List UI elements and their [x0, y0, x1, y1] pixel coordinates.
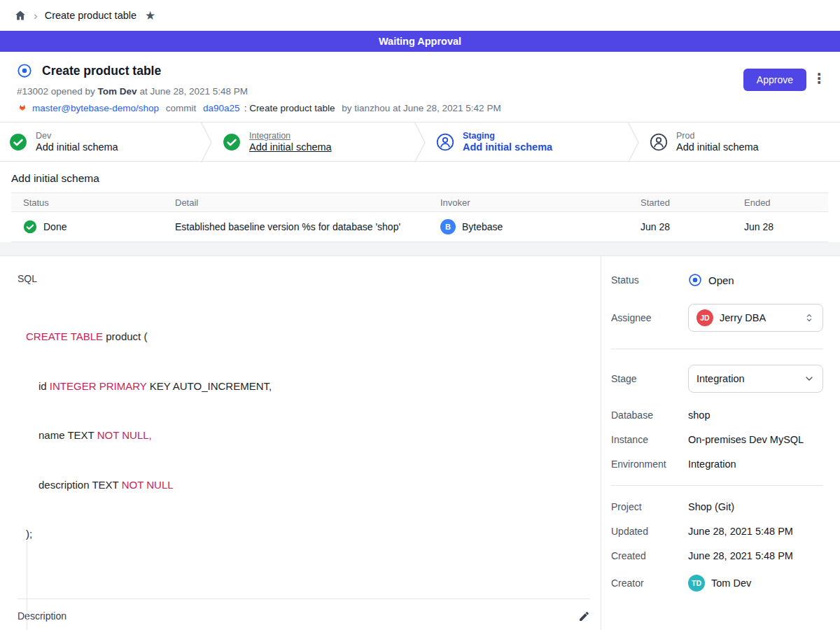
stage-select[interactable]: Integration	[688, 365, 823, 393]
project-label: Project	[611, 501, 688, 512]
stage-env-label: Staging	[463, 131, 552, 141]
task-section-title: Add initial schema	[11, 172, 840, 185]
updated-label: Updated	[611, 526, 688, 537]
issue-author: Tom Dev	[98, 86, 137, 97]
environment-label: Environment	[611, 458, 688, 470]
instance-label: Instance	[611, 434, 688, 445]
stage-task-label: Add initial schema	[676, 141, 759, 153]
sidebar-row-instance: Instance On-premises Dev MySQL	[611, 434, 823, 445]
sidebar-row-created: Created June 28, 2021 5:48 PM	[611, 550, 823, 561]
commit-line: master@bytebase-demo/shop commit da90a25…	[17, 102, 823, 113]
home-icon[interactable]	[14, 9, 27, 22]
invoker-avatar: B	[440, 219, 456, 234]
edit-pencil-icon[interactable]	[578, 610, 590, 622]
column-header-started: Started	[640, 197, 744, 208]
divider	[18, 598, 590, 599]
gitlab-icon	[17, 102, 28, 113]
stage-separator	[200, 122, 214, 161]
sidebar-row-environment: Environment Integration	[611, 458, 823, 470]
sql-line: CREATE TABLE product (	[26, 328, 590, 345]
issue-header: Create product table #13002 opened by To…	[0, 52, 840, 122]
breadcrumb-chevron-icon: ›	[34, 10, 38, 22]
task-ended-value: Jun 28	[744, 221, 828, 232]
pipeline-stages: Dev Add initial schema Integration Add i…	[0, 122, 840, 162]
person-circle-icon	[436, 133, 454, 151]
commit-word: commit	[163, 103, 199, 113]
kebab-menu-icon[interactable]: ⋮	[812, 71, 826, 85]
updated-value: June 28, 2021 5:48 PM	[688, 526, 793, 537]
chevron-updown-icon	[804, 312, 815, 323]
stage-dev[interactable]: Dev Add initial schema	[0, 122, 200, 161]
database-value: shop	[688, 410, 710, 421]
person-circle-icon	[650, 133, 668, 151]
issue-opened-time: at June 28, 2021 5:48 PM	[137, 86, 248, 97]
stage-separator	[626, 122, 640, 161]
creator-avatar: TD	[688, 575, 705, 592]
sidebar-row-updated: Updated June 28, 2021 5:48 PM	[611, 526, 823, 537]
sql-line: id INTEGER PRIMARY KEY AUTO_INCREMENT,	[26, 378, 590, 395]
stage-integration[interactable]: Integration Add initial schema	[214, 122, 413, 161]
sql-line: name TEXT NOT NULL,	[26, 427, 590, 444]
stage-task-label: Add initial schema	[463, 141, 552, 153]
task-status-value: Done	[43, 221, 66, 232]
stage-label: Stage	[611, 373, 688, 384]
check-circle-icon	[9, 133, 27, 151]
description-label: Description	[18, 610, 66, 622]
stage-env-label: Dev	[36, 131, 118, 141]
status-label: Status	[611, 274, 688, 286]
sidebar-row-project: Project Shop (Git)	[611, 501, 823, 512]
sidebar: Status Open Assignee JD Jerry DBA Stage	[601, 256, 840, 630]
stage-env-label: Prod	[676, 131, 759, 141]
status-banner: Waiting Approval	[0, 31, 840, 52]
stage-staging[interactable]: Staging Add initial schema	[427, 122, 626, 161]
stage-prod[interactable]: Prod Add initial schema	[640, 122, 840, 161]
stage-task-label: Add initial schema	[36, 141, 118, 153]
stage-value: Integration	[696, 373, 745, 384]
sidebar-row-status: Status Open	[611, 273, 823, 287]
database-label: Database	[611, 410, 688, 421]
sql-section-label: SQL	[18, 273, 590, 284]
task-invoker-value: Bytebase	[462, 221, 503, 232]
column-header-status: Status	[11, 197, 175, 208]
task-section: Add initial schema Status Detail Invoker…	[0, 162, 840, 242]
sidebar-row-assignee: Assignee JD Jerry DBA	[611, 304, 823, 332]
divider	[611, 349, 823, 349]
project-value: Shop (Git)	[688, 501, 734, 512]
assignee-select[interactable]: JD Jerry DBA	[688, 304, 823, 332]
commit-hash-link[interactable]: da90a25	[203, 103, 240, 113]
task-detail-value: Established baseline version %s for data…	[175, 221, 440, 232]
stage-separator	[413, 122, 427, 161]
assignee-value: Jerry DBA	[720, 312, 766, 323]
assignee-label: Assignee	[611, 312, 688, 323]
stage-env-label: Integration	[249, 131, 332, 141]
approve-button[interactable]: Approve	[743, 69, 806, 91]
task-table-header: Status Detail Invoker Started Ended	[11, 192, 828, 212]
sql-line: description TEXT NOT NULL	[26, 477, 590, 493]
issue-meta: #13002 opened by Tom Dev at June 28, 202…	[17, 86, 823, 97]
instance-value: On-premises Dev MySQL	[688, 434, 804, 445]
sidebar-row-stage: Stage Integration	[611, 365, 823, 393]
task-table: Status Detail Invoker Started Ended Done…	[11, 192, 828, 242]
content-area: SQL CREATE TABLE product ( id INTEGER PR…	[0, 255, 840, 630]
created-value: June 28, 2021 5:48 PM	[688, 550, 793, 561]
table-row[interactable]: Done Established baseline version %s for…	[11, 212, 828, 242]
issue-open-icon	[17, 63, 32, 78]
environment-value: Integration	[688, 458, 736, 470]
creator-value: Tom Dev	[711, 578, 751, 589]
breadcrumb-current-page: Create product table	[45, 10, 136, 21]
column-header-detail: Detail	[175, 197, 440, 208]
sql-line: );	[26, 526, 590, 542]
divider	[611, 485, 823, 486]
status-value: Open	[708, 274, 734, 286]
column-header-ended: Ended	[744, 197, 828, 208]
section-gap	[0, 242, 840, 255]
creator-label: Creator	[611, 578, 688, 589]
branch-repo-link[interactable]: master@bytebase-demo/shop	[32, 103, 159, 113]
stage-task-label: Add initial schema	[249, 141, 332, 153]
issue-number: #13002 opened by	[17, 86, 98, 97]
check-circle-icon	[23, 220, 37, 234]
sidebar-row-creator: Creator TD Tom Dev	[611, 575, 823, 592]
assignee-avatar: JD	[696, 309, 713, 326]
commit-byline: by tianzhou at June 28, 2021 5:42 PM	[339, 103, 500, 113]
favorite-star-icon[interactable]: ★	[145, 8, 155, 23]
